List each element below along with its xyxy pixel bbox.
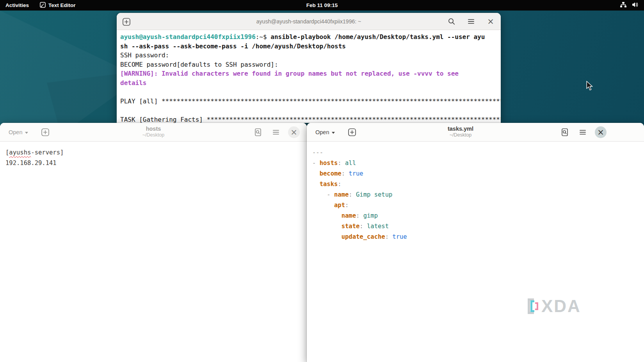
mouse-cursor xyxy=(586,81,593,92)
yaml-line: become: true xyxy=(312,169,639,179)
terminal-line: details xyxy=(120,78,497,88)
menu-button[interactable] xyxy=(577,126,589,138)
terminal-title: ayush@ayush-standardpci440fxpiix1996: ~ xyxy=(117,13,501,30)
menu-button[interactable] xyxy=(466,17,476,26)
text-line: [ayushs-servers] xyxy=(5,147,301,158)
yaml-line: state: latest xyxy=(312,221,639,232)
close-button[interactable]: × xyxy=(486,17,495,26)
top-bar: Activities Text Editor Feb 11 09:15 xyxy=(0,0,644,11)
yaml-line: name: gimp xyxy=(312,211,639,221)
terminal-line: SSH password: xyxy=(120,51,497,60)
text-line: 192.168.29.141 xyxy=(5,158,301,169)
network-icon xyxy=(620,2,627,9)
terminal-line: BECOME password[defaults to SSH password… xyxy=(120,60,497,69)
close-button[interactable]: × xyxy=(288,126,300,138)
volume-icon xyxy=(632,2,639,9)
terminal-line: [WARNING]: Invalid characters were found… xyxy=(120,69,497,78)
clock[interactable]: Feb 11 09:15 xyxy=(0,2,644,8)
text-editor-window-tasks: Open tasks.yml ~/Desktop × xyxy=(307,123,644,362)
terminal-line: PLAY [all] *****************************… xyxy=(120,97,497,106)
document-search-button[interactable] xyxy=(252,126,264,138)
terminal-line: ayush@ayush-standardpci440fxpiix1996:~$ … xyxy=(120,32,497,42)
close-button[interactable]: × xyxy=(595,126,607,138)
terminal-line: sh --ask-pass --ask-become-pass -i /home… xyxy=(120,42,497,51)
desktop: Activities Text Editor Feb 11 09:15 xyxy=(0,0,644,362)
yaml-line: tasks: xyxy=(312,179,639,190)
close-icon: × xyxy=(487,18,494,26)
terminal-line xyxy=(120,87,497,97)
system-status-area[interactable] xyxy=(617,0,641,11)
yaml-line: - hosts: all xyxy=(312,158,639,169)
close-icon: × xyxy=(597,128,604,137)
yaml-line: --- xyxy=(312,147,639,158)
menu-button[interactable] xyxy=(270,126,282,138)
yaml-line: - name: Gimp setup xyxy=(312,190,639,200)
terminal-window: ayush@ayush-standardpci440fxpiix1996: ~ … xyxy=(117,13,501,123)
close-icon: × xyxy=(290,128,297,137)
tasks-text-area[interactable]: --- - hosts: all become: true tasks: - n… xyxy=(307,142,644,362)
hosts-text-area[interactable]: [ayushs-servers] 192.168.29.141 xyxy=(0,142,307,362)
hosts-headerbar: Open hosts ~/Desktop × xyxy=(0,123,307,142)
text-editor-window-hosts: Open hosts ~/Desktop × xyxy=(0,123,307,362)
terminal-line xyxy=(120,106,497,115)
document-search-button[interactable] xyxy=(559,126,571,138)
terminal-line: TASK [Gathering Facts] *****************… xyxy=(120,115,497,123)
yaml-line: apt: xyxy=(312,200,639,211)
search-button[interactable] xyxy=(447,17,456,26)
yaml-line: update_cache: true xyxy=(312,232,639,242)
tasks-headerbar: Open tasks.yml ~/Desktop × xyxy=(307,123,644,142)
terminal-headerbar: ayush@ayush-standardpci440fxpiix1996: ~ … xyxy=(117,13,501,30)
terminal-output[interactable]: ayush@ayush-standardpci440fxpiix1996:~$ … xyxy=(117,30,501,123)
